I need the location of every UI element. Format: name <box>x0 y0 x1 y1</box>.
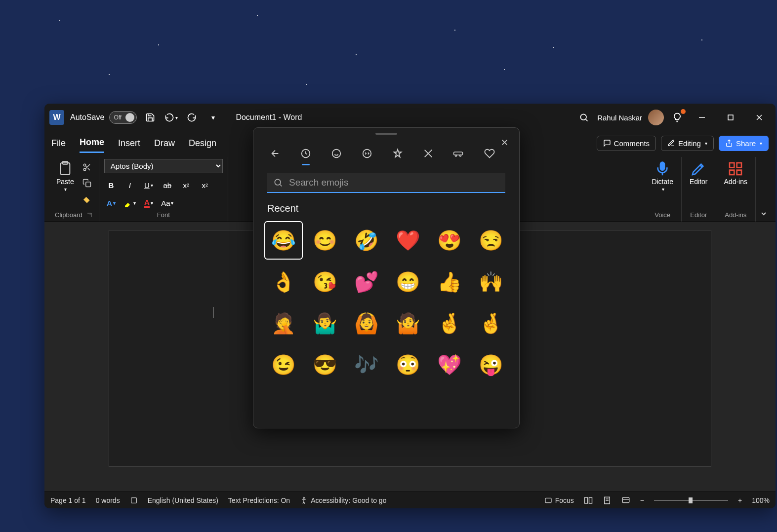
underline-button[interactable]: U▾ <box>142 179 156 191</box>
emoji-cell[interactable]: 😂 <box>264 221 303 260</box>
picker-back-icon[interactable] <box>267 144 283 163</box>
picker-cat-heart-icon[interactable] <box>482 144 497 163</box>
emoji-cell[interactable]: 🎶 <box>347 345 386 384</box>
status-page[interactable]: Page 1 of 1 <box>50 496 86 504</box>
emoji-cell[interactable]: 😁 <box>389 263 427 301</box>
read-mode-icon[interactable] <box>584 496 593 505</box>
save-icon[interactable] <box>143 110 158 125</box>
editor-button[interactable]: Editor <box>687 159 711 188</box>
maximize-button[interactable] <box>719 109 742 126</box>
statusbar: Page 1 of 1 0 words English (United Stat… <box>44 492 776 508</box>
tab-file[interactable]: File <box>51 134 66 152</box>
print-layout-icon[interactable] <box>603 496 612 505</box>
emoji-cell[interactable]: 😒 <box>472 221 510 260</box>
emoji-cell[interactable]: 💖 <box>430 345 469 384</box>
svg-point-9 <box>83 168 86 171</box>
minimize-button[interactable] <box>691 109 713 126</box>
text-effects-button[interactable]: A▾ <box>104 197 118 209</box>
zoom-out-button[interactable]: − <box>640 496 644 504</box>
emoji-cell[interactable]: 🤦 <box>264 304 303 342</box>
strikethrough-button[interactable]: ab <box>161 179 174 191</box>
tab-home[interactable]: Home <box>80 133 104 153</box>
document-title: Document1 - Word <box>236 113 302 122</box>
change-case-button[interactable]: Aa▾ <box>161 197 174 209</box>
undo-button[interactable]: ▾ <box>164 110 178 125</box>
cut-icon[interactable] <box>80 161 94 174</box>
bold-button[interactable]: B <box>104 179 118 191</box>
svg-line-11 <box>88 168 90 170</box>
tab-design[interactable]: Design <box>189 134 216 152</box>
emoji-cell[interactable]: 🤞 <box>430 304 469 342</box>
emoji-cell[interactable]: 🤞 <box>472 304 510 342</box>
emoji-cell[interactable]: 👌 <box>264 263 303 301</box>
status-accessibility[interactable]: Accessibility: Good to go <box>300 496 386 504</box>
picker-cat-recent-icon[interactable] <box>298 144 314 163</box>
addins-button[interactable]: Add-ins <box>721 159 750 188</box>
paste-button[interactable]: Paste▾ <box>53 159 77 194</box>
copy-icon[interactable] <box>80 177 94 190</box>
picker-cat-objects-icon[interactable] <box>451 144 467 163</box>
emoji-cell[interactable]: 😘 <box>306 263 344 301</box>
status-language[interactable]: English (United States) <box>148 496 218 504</box>
svg-point-27 <box>332 150 341 158</box>
web-layout-icon[interactable] <box>621 496 630 505</box>
svg-line-1 <box>586 119 588 121</box>
zoom-in-button[interactable]: + <box>738 496 742 504</box>
emoji-cell[interactable]: 🙌 <box>472 263 510 301</box>
emoji-cell[interactable]: 😍 <box>430 221 469 260</box>
emoji-cell[interactable]: 😳 <box>389 345 427 384</box>
emoji-cell[interactable]: 😎 <box>306 345 344 384</box>
zoom-level[interactable]: 100% <box>752 496 770 504</box>
emoji-cell[interactable]: 🙆 <box>347 304 386 342</box>
ribbon-group-editor: Editor Editor <box>682 157 716 222</box>
picker-search-input[interactable] <box>289 177 499 188</box>
superscript-button[interactable]: x2 <box>198 179 212 191</box>
highlight-button[interactable]: ▾ <box>123 197 137 209</box>
picker-cat-smileys-icon[interactable] <box>328 144 344 163</box>
emoji-cell[interactable]: 😊 <box>306 221 344 260</box>
svg-point-30 <box>455 155 457 156</box>
emoji-cell[interactable]: 💕 <box>347 263 386 301</box>
italic-button[interactable]: I <box>123 179 137 191</box>
emoji-cell[interactable]: 🤷‍♂️ <box>306 304 344 342</box>
search-icon[interactable] <box>576 110 591 125</box>
coming-soon-icon[interactable] <box>670 110 685 125</box>
tab-insert[interactable]: Insert <box>118 134 140 152</box>
user-avatar[interactable] <box>648 110 664 125</box>
emoji-cell[interactable]: 🤷 <box>389 304 427 342</box>
zoom-slider[interactable] <box>654 500 728 501</box>
picker-search[interactable] <box>267 173 505 193</box>
status-words[interactable]: 0 words <box>96 496 120 504</box>
share-button[interactable]: Share▾ <box>719 136 769 151</box>
ribbon-collapse-icon[interactable] <box>756 206 772 222</box>
qat-customize-icon[interactable]: ▾ <box>205 110 220 125</box>
status-spellcheck-icon[interactable] <box>130 496 138 504</box>
font-name-select[interactable]: Aptos (Body) <box>104 159 223 173</box>
emoji-cell[interactable]: 👍 <box>430 263 469 301</box>
tab-draw[interactable]: Draw <box>154 134 175 152</box>
emoji-cell[interactable]: 🤣 <box>347 221 386 260</box>
clipboard-dialog-launcher-icon[interactable] <box>86 212 92 218</box>
editing-mode-button[interactable]: Editing▾ <box>661 136 714 151</box>
status-predictions[interactable]: Text Predictions: On <box>228 496 290 504</box>
emoji-cell[interactable]: 😉 <box>264 345 303 384</box>
picker-cat-kaomoji-icon[interactable] <box>390 144 406 163</box>
subscript-button[interactable]: x2 <box>179 179 193 191</box>
redo-button[interactable] <box>184 110 199 125</box>
svg-rect-18 <box>131 497 136 503</box>
close-button[interactable] <box>748 109 771 126</box>
dictate-button[interactable]: Dictate▾ <box>649 159 676 194</box>
autosave-toggle[interactable]: Off <box>109 111 137 124</box>
picker-cat-symbols-icon[interactable] <box>420 144 436 163</box>
emoji-cell[interactable]: ❤️ <box>389 221 427 260</box>
svg-line-12 <box>85 166 87 167</box>
emoji-cell[interactable]: 😜 <box>472 345 510 384</box>
font-color-button[interactable]: A▾ <box>142 197 156 209</box>
picker-cat-gif-icon[interactable] <box>359 144 375 163</box>
ribbon-group-voice: Dictate▾ Voice <box>644 157 682 222</box>
picker-close-button[interactable]: ✕ <box>496 135 512 151</box>
svg-point-31 <box>460 155 461 156</box>
format-painter-icon[interactable] <box>80 192 94 205</box>
comments-button[interactable]: Comments <box>597 136 656 151</box>
focus-mode-button[interactable]: Focus <box>544 496 574 504</box>
